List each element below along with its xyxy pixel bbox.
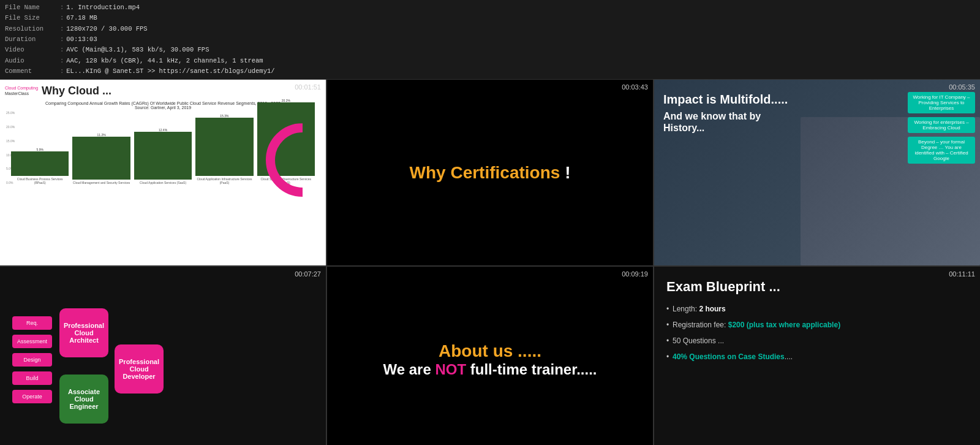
timestamp-4: 00:07:27 [295,270,321,278]
masterclass-logo: Cloud Computing MasterClass [5,86,38,96]
info-row-video: Video : AVC (Main@L3.1), 583 kb/s, 30.00… [5,45,975,55]
resolution-val: 1280x720 / 30.000 FPS [66,24,147,34]
cert-bang: ! [560,163,570,182]
cert-map: Req. Assessment Design Build Operate Pro… [0,267,326,445]
info-row-duration: Duration : 00:13:03 [5,34,975,45]
audio-key: Audio [5,56,60,66]
impact-badge-3: Beyond – your formal Degree … You are id… [908,137,975,164]
bar-2 [72,137,130,180]
info-row-filename: File Name : 1. Introduction.mp4 [5,2,975,13]
filename-key: File Name [5,2,60,13]
prof-architect-box: Professional Cloud Architect [59,308,108,357]
filename-val: 1. Introduction.mp4 [66,2,140,13]
duration-val: 00:13:03 [66,34,97,45]
impact-badges: Working for IT Company – Providing Servi… [908,92,975,164]
resolution-key: Resolution [5,24,60,34]
timestamp-1: 00:01:51 [295,83,321,91]
btn-operate: Operate [12,390,52,403]
prof-developer-box: Professional Cloud Developer [115,344,164,394]
about-us-line1: About us ..... [383,341,597,361]
video-val: AVC (Main@L3.1), 583 kb/s, 30.000 FPS [66,45,209,55]
timestamp-5: 00:09:19 [622,270,648,278]
exam-item-1: Length: 2 hours [666,305,968,313]
about-us-not: NOT [435,361,466,378]
bar-4 [195,118,253,176]
timestamp-3: 00:05:35 [949,83,975,91]
left-buttons: Req. Assessment Design Build Operate [12,316,52,403]
center-boxes: Professional Cloud Architect Associate C… [59,308,164,411]
bar-group-1: 5.9% Cloud Business Process Services (BP… [11,148,69,184]
video-key: Video [5,45,60,55]
btn-assessment: Assessment [12,335,52,348]
timestamp-6: 00:11:11 [949,270,975,278]
exam-content: Exam Blueprint ... Length: 2 hours Regis… [654,267,980,381]
thumbnail-grid: 00:01:51 Cloud Computing MasterClass Why… [0,80,980,445]
exam-item-4: 40% Questions on Case Studies.... [666,352,968,361]
why-cloud-title: Why Cloud ... [42,85,111,97]
about-us-line2: We are NOT full-time trainer..... [383,361,597,378]
filesize-val: 67.18 MB [66,13,97,23]
exam-item-2: Registration fee: $200 (plus tax where a… [666,321,968,329]
duration-key: Duration [5,34,60,45]
btn-design: Design [12,353,52,367]
timestamp-2: 00:03:43 [622,83,648,91]
btn-req: Req. [12,316,52,330]
thumbnail-cell-2[interactable]: 00:03:43 Why Certifications ! [327,80,653,265]
info-row-comment: Comment : EL...KInG @ Sanet.ST >> https:… [5,66,975,77]
thumbnail-cell-6[interactable]: 00:11:11 Exam Blueprint ... Length: 2 ho… [654,267,980,445]
bar-1 [11,151,69,176]
cert-why: Why Certifications [410,163,560,182]
bar-group-2: 11.2% Cloud Management and Security Serv… [72,133,130,184]
impact-badge-1: Working for IT Company – Providing Servi… [908,92,975,113]
about-text: About us ..... We are NOT full-time trai… [383,341,597,378]
cell1-header: Cloud Computing MasterClass Why Cloud ..… [5,85,321,97]
exam-item-3: 50 Questions ... [666,337,968,345]
bar-3 [134,132,192,180]
impact-badge-2: Working for enterprises – Embracing Clou… [908,117,975,133]
info-section: File Name : 1. Introduction.mp4 File Siz… [0,0,980,80]
cert-text: Why Certifications ! [410,163,571,183]
thumbnail-cell-1[interactable]: 00:01:51 Cloud Computing MasterClass Why… [0,80,326,265]
chart-area: Comparing Compound Annual Growth Rates (… [5,101,321,184]
audio-val: AAC, 128 kb/s (CBR), 44.1 kHz, 2 channel… [66,56,263,66]
comment-key: Comment [5,66,60,77]
info-row-resolution: Resolution : 1280x720 / 30.000 FPS [5,24,975,34]
bar-group-4: 15.3% Cloud Application Infrastructure S… [195,114,253,184]
assoc-engineer-box: Associate Cloud Engineer [59,375,108,424]
info-row-filesize: File Size : 67.18 MB [5,13,975,23]
thumbnail-cell-5[interactable]: 00:09:19 About us ..... We are NOT full-… [327,267,653,445]
info-row-audio: Audio : AAC, 128 kb/s (CBR), 44.1 kHz, 2… [5,56,975,66]
comment-val: EL...KInG @ Sanet.ST >> https://sanet.st… [66,66,274,77]
filesize-key: File Size [5,13,60,23]
thumbnail-cell-4[interactable]: 00:07:27 Req. Assessment Design Build Op… [0,267,326,445]
btn-build: Build [12,371,52,385]
exam-title: Exam Blueprint ... [666,279,968,295]
thumbnail-cell-3[interactable]: 00:05:35 Impact is Multifold..... And we… [654,80,980,265]
bar-group-3: 12.4% Cloud Application Services (SaaS) [134,128,192,184]
